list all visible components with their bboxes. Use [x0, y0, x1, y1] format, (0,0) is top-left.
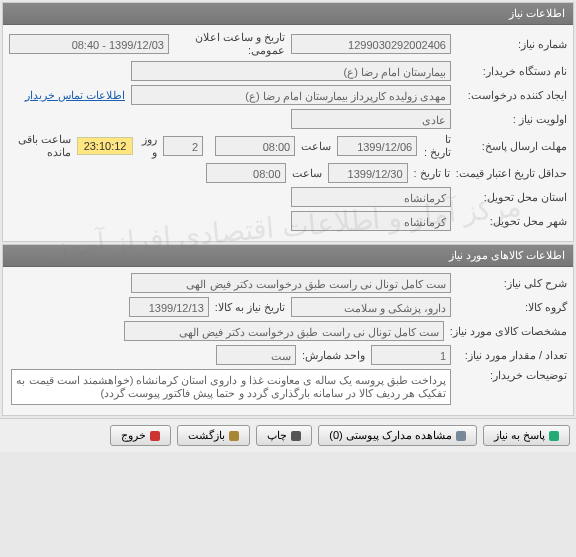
timer-field: 23:10:12 — [77, 137, 134, 155]
deliver-to-field: 1399/12/13 — [129, 297, 209, 317]
need-info-header: اطلاعات نیاز — [3, 3, 573, 25]
days-label: روز و — [139, 133, 157, 159]
time-label-1: ساعت — [301, 140, 331, 153]
print-button[interactable]: چاپ — [256, 425, 312, 446]
need-no-field: 1299030292002406 — [291, 34, 451, 54]
to-date-label-2: تا تاریخ : — [414, 167, 450, 180]
deliver-to-label: تاریخ نیاز به کالا: — [215, 301, 285, 314]
attachments-button-label: مشاهده مدارک پیوستی (0) — [329, 429, 452, 442]
spec-field: ست کامل تونال نی راست طبق درخواست دکتر ف… — [124, 321, 444, 341]
city-field: کرمانشاه — [291, 211, 451, 231]
reply-deadline-label: مهلت ارسال پاسخ: — [457, 140, 567, 153]
button-bar: پاسخ به نیاز مشاهده مدارک پیوستی (0) چاپ… — [0, 418, 576, 452]
creator-field: مهدی زولیده کارپرداز بیمارستان امام رضا … — [131, 85, 451, 105]
reply-time-field: 08:00 — [215, 136, 295, 156]
remain-label: ساعت باقی مانده — [9, 133, 71, 159]
to-date-label: تا تاریخ : — [423, 133, 451, 159]
need-no-label: شماره نیاز: — [457, 38, 567, 51]
public-date-label: تاریخ و ساعت اعلان عمومی: — [175, 31, 285, 57]
spec-label: مشخصات کالای مورد نیاز: — [450, 325, 567, 338]
exit-button[interactable]: خروج — [110, 425, 171, 446]
unit-field: ست — [216, 345, 296, 365]
notes-label: توضیحات خریدار: — [457, 369, 567, 382]
priority-label: اولویت نیاز : — [457, 113, 567, 126]
min-validity-label: حداقل تاریخ اعتبار قیمت: — [456, 167, 567, 180]
goods-info-panel: اطلاعات کالاهای مورد نیاز شرح کلی نیاز: … — [2, 244, 574, 416]
province-field: کرمانشاه — [291, 187, 451, 207]
device-field: بیمارستان امام رضا (ع) — [131, 61, 451, 81]
reply-button[interactable]: پاسخ به نیاز — [483, 425, 570, 446]
desc-label: شرح کلی نیاز: — [457, 277, 567, 290]
group-label: گروه کالا: — [457, 301, 567, 314]
city-label: شهر محل تحویل: — [457, 215, 567, 228]
reply-button-label: پاسخ به نیاز — [494, 429, 545, 442]
qty-field: 1 — [371, 345, 451, 365]
goods-info-header: اطلاعات کالاهای مورد نیاز — [3, 245, 573, 267]
validity-date-field: 1399/12/30 — [328, 163, 408, 183]
qty-label: تعداد / مقدار مورد نیاز: — [457, 349, 567, 362]
priority-field: عادی — [291, 109, 451, 129]
back-button[interactable]: بازگشت — [177, 425, 250, 446]
desc-field: ست کامل تونال نی راست طبق درخواست دکتر ف… — [131, 273, 451, 293]
need-info-panel: اطلاعات نیاز شماره نیاز: 129903029200240… — [2, 2, 574, 242]
back-icon — [229, 431, 239, 441]
unit-label: واحد شمارش: — [302, 349, 365, 362]
reply-date-field: 1399/12/06 — [337, 136, 417, 156]
exit-icon — [150, 431, 160, 441]
print-button-label: چاپ — [267, 429, 287, 442]
device-label: نام دستگاه خریدار: — [457, 65, 567, 78]
reply-icon — [549, 431, 559, 441]
time-label-2: ساعت — [292, 167, 322, 180]
attach-icon — [456, 431, 466, 441]
contact-link[interactable]: اطلاعات تماس خریدار — [25, 89, 125, 102]
attachments-button[interactable]: مشاهده مدارک پیوستی (0) — [318, 425, 477, 446]
back-button-label: بازگشت — [188, 429, 225, 442]
exit-button-label: خروج — [121, 429, 146, 442]
public-date-field: 1399/12/03 - 08:40 — [9, 34, 169, 54]
notes-field: پرداخت طبق پروسه یک ساله ی معاونت غذا و … — [11, 369, 451, 405]
print-icon — [291, 431, 301, 441]
group-field: دارو، پزشکی و سلامت — [291, 297, 451, 317]
days-field: 2 — [163, 136, 203, 156]
validity-time-field: 08:00 — [206, 163, 286, 183]
creator-label: ایجاد کننده درخواست: — [457, 89, 567, 102]
province-label: استان محل تحویل: — [457, 191, 567, 204]
